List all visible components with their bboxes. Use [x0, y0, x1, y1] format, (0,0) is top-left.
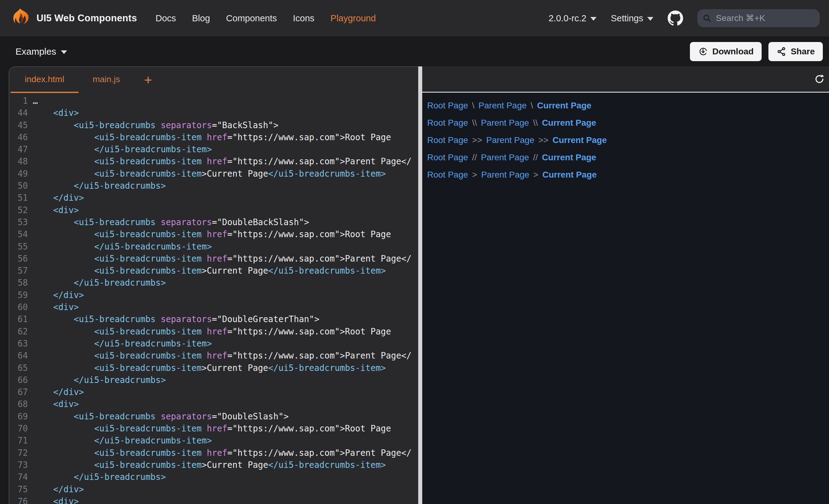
share-button[interactable]: Share [768, 42, 823, 61]
line-number: 71 [9, 434, 28, 447]
code-line: 44 <div> [9, 107, 418, 119]
code-line: 63 </ui5-breadcrumbs-item> [9, 338, 418, 350]
line-number: 53 [9, 216, 28, 228]
download-button[interactable]: Download [690, 42, 762, 61]
code-line: 60 <div> [9, 301, 418, 313]
settings-label: Settings [611, 13, 643, 24]
search-icon [702, 13, 712, 23]
nav-item-blog[interactable]: Blog [192, 13, 210, 24]
breadcrumb-separator: // [533, 153, 538, 162]
code-line: 47 </ui5-breadcrumbs-item> [9, 143, 418, 155]
breadcrumb-link[interactable]: Root Page [427, 153, 468, 162]
code-line: 45 <ui5-breadcrumbs separators="BackSlas… [9, 119, 418, 131]
settings-dropdown[interactable]: Settings [611, 13, 653, 24]
github-icon [668, 10, 683, 26]
code-line: 49 <ui5-breadcrumbs-item>Current Page</u… [9, 168, 418, 180]
breadcrumb-link[interactable]: Root Page [427, 101, 468, 111]
breadcrumb-link[interactable]: Parent Page [481, 170, 530, 180]
line-number: 69 [9, 411, 28, 423]
code-line: 50 </ui5-breadcrumbs> [9, 180, 418, 192]
add-tab-button[interactable]: + [140, 67, 156, 93]
tab-index.html[interactable]: index.html [10, 67, 78, 93]
code-line: 73 <ui5-breadcrumbs-item>Current Page</u… [9, 459, 418, 471]
github-link[interactable] [668, 10, 683, 26]
breadcrumb-separator: \ [531, 101, 533, 111]
breadcrumb-link[interactable]: Parent Page [478, 101, 527, 111]
tab-main.js[interactable]: main.js [78, 67, 135, 93]
brand-home-link[interactable]: UI5 Web Components [9, 8, 137, 29]
preview-toolbar [422, 66, 829, 92]
ui5-phoenix-logo-icon [9, 8, 30, 29]
code-line: 74 </ui5-breadcrumbs> [9, 471, 418, 483]
line-number: 63 [9, 338, 28, 350]
code-line: 64 <ui5-breadcrumbs-item href="https://w… [9, 350, 418, 362]
search-box [697, 9, 820, 27]
line-number: 57 [9, 265, 28, 277]
breadcrumb-separator: // [472, 153, 477, 162]
breadcrumb-current-page: Current Page [552, 135, 607, 145]
breadcrumb-separator: >> [472, 135, 482, 145]
version-label: 2.0.0-rc.2 [549, 13, 587, 24]
toolbar-actions: Download Share [690, 42, 823, 61]
breadcrumbs-row: Root Page//Parent Page//Current Page [427, 149, 829, 166]
line-number: 70 [9, 423, 28, 434]
refresh-button[interactable] [814, 74, 825, 84]
line-number: 60 [9, 301, 28, 313]
nav-item-icons[interactable]: Icons [293, 13, 314, 24]
breadcrumb-separator: >> [538, 135, 549, 145]
breadcrumb-current-page: Current Page [537, 101, 591, 111]
breadcrumb-link[interactable]: Root Page [427, 135, 468, 145]
breadcrumb-link[interactable]: Root Page [427, 118, 468, 128]
line-number: 62 [9, 325, 28, 338]
code-line: 65 <ui5-breadcrumbs-item>Current Page</u… [9, 362, 418, 374]
breadcrumb-link[interactable]: Parent Page [486, 135, 534, 145]
refresh-icon [814, 74, 825, 84]
line-number: 48 [9, 155, 28, 167]
nav-item-docs[interactable]: Docs [155, 13, 176, 24]
code-line: 57 <ui5-breadcrumbs-item>Current Page</u… [9, 265, 418, 277]
code-line: 58 </ui5-breadcrumbs> [9, 277, 418, 289]
chevron-down-icon [647, 17, 653, 21]
share-label: Share [791, 47, 815, 56]
line-number: 45 [9, 119, 28, 131]
code-line: 61 <ui5-breadcrumbs separators="DoubleGr… [9, 313, 418, 325]
examples-dropdown[interactable]: Examples [15, 46, 67, 57]
line-number: 66 [9, 374, 28, 386]
playground-toolbar: Examples Download Share [0, 36, 829, 66]
code-line: 71 </ui5-breadcrumbs-item> [9, 434, 418, 447]
header-right: 2.0.0-rc.2 Settings [549, 9, 820, 27]
breadcrumb-current-page: Current Page [542, 118, 596, 128]
line-number: 56 [9, 253, 28, 265]
code-line: 67 </div> [9, 386, 418, 398]
line-number: 68 [9, 398, 28, 410]
code-line: 1… [9, 95, 418, 107]
line-number: 74 [9, 471, 28, 483]
breadcrumb-link[interactable]: Parent Page [481, 118, 529, 128]
code-line: 46 <ui5-breadcrumbs-item href="https://w… [9, 131, 418, 143]
breadcrumb-separator: > [472, 170, 477, 180]
chevron-down-icon [61, 50, 67, 54]
code-line: 55 </ui5-breadcrumbs-item> [9, 241, 418, 253]
download-label: Download [712, 47, 754, 56]
split-resizer-handle[interactable] [418, 66, 422, 504]
breadcrumb-link[interactable]: Parent Page [481, 153, 529, 162]
nav-item-components[interactable]: Components [226, 13, 277, 24]
breadcrumbs-row: Root Page>>Parent Page>>Current Page [427, 131, 829, 149]
code-line: 59 </div> [9, 289, 418, 301]
breadcrumb-link[interactable]: Root Page [427, 170, 468, 180]
code-line: 66 </ui5-breadcrumbs> [9, 374, 418, 386]
share-icon [777, 47, 786, 56]
line-number: 75 [9, 483, 28, 495]
playground-main: index.htmlmain.js+ 1…44 <div>45 <ui5-bre… [0, 66, 829, 504]
version-dropdown[interactable]: 2.0.0-rc.2 [549, 13, 597, 24]
top-header: UI5 Web Components DocsBlogComponentsIco… [0, 0, 829, 36]
line-number: 44 [9, 107, 28, 119]
nav-item-playground[interactable]: Playground [330, 13, 376, 24]
code-area[interactable]: 1…44 <div>45 <ui5-breadcrumbs separators… [9, 93, 418, 504]
breadcrumb-separator: \\ [472, 118, 477, 128]
main-nav: DocsBlogComponentsIconsPlayground [155, 13, 376, 24]
examples-label: Examples [15, 46, 56, 57]
search-input[interactable] [715, 13, 815, 24]
code-line: 70 <ui5-breadcrumbs-item href="https://w… [9, 423, 418, 434]
line-number: 65 [9, 362, 28, 374]
